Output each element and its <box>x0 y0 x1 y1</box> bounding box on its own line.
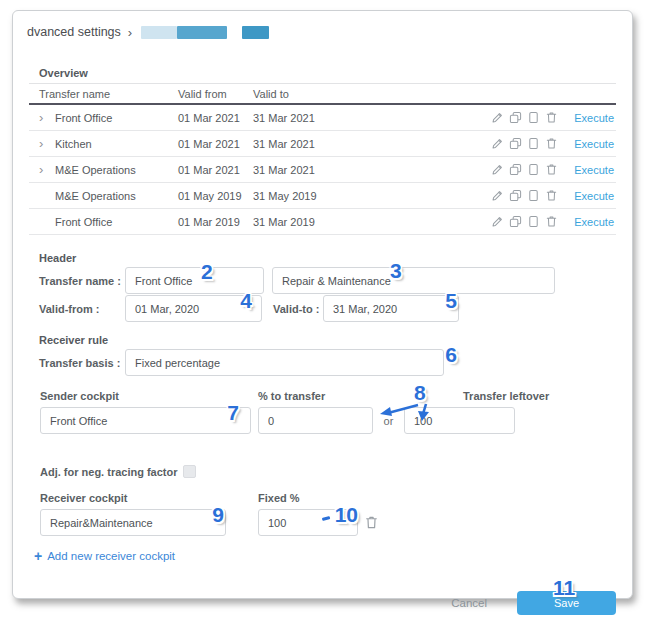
delete-receiver-icon[interactable] <box>364 515 379 530</box>
receiver-section: Receiver cockpit Fixed % 9 10 <box>40 491 616 536</box>
receiver-cockpit-input[interactable] <box>40 509 226 536</box>
plus-icon: + <box>34 550 42 562</box>
chevron-right-icon: › <box>128 25 132 40</box>
valid-to-label: Valid-to : <box>273 303 323 315</box>
transfer-name-cell: Front Office <box>55 112 112 124</box>
valid-from-cell: 01 Mar 2021 <box>178 164 253 176</box>
transfer-leftover-input[interactable] <box>404 407 515 434</box>
copy-icon[interactable] <box>509 189 522 202</box>
execute-link[interactable]: Execute <box>570 138 616 150</box>
delete-icon[interactable] <box>545 163 558 176</box>
valid-to-cell: 31 Mar 2021 <box>253 164 348 176</box>
valid-to-cell: 31 Mar 2019 <box>253 216 348 228</box>
delete-icon[interactable] <box>545 189 558 202</box>
valid-from-cell: 01 Mar 2019 <box>178 216 253 228</box>
sender-cockpit-input[interactable] <box>40 407 251 434</box>
table-row: › Front Office 01 Mar 2021 31 Mar 2021 E… <box>29 105 616 131</box>
receiver-rule-title: Receiver rule <box>39 334 616 346</box>
execute-link[interactable]: Execute <box>570 190 616 202</box>
or-label: or <box>373 415 404 427</box>
transfer-basis-input[interactable] <box>125 349 444 376</box>
transfer-name-input[interactable] <box>125 267 264 294</box>
breadcrumb-advanced-settings[interactable]: dvanced settings <box>27 25 121 39</box>
duplicate-icon[interactable] <box>527 215 540 228</box>
sender-cockpit-label: Sender cockpit <box>40 390 258 402</box>
transfer-leftover-label: Transfer leftover <box>404 390 549 402</box>
valid-to-input[interactable] <box>323 295 459 322</box>
percent-to-transfer-input[interactable] <box>258 407 373 434</box>
copy-icon[interactable] <box>509 215 522 228</box>
copy-icon[interactable] <box>509 111 522 124</box>
redacted-chip <box>141 26 177 39</box>
duplicate-icon[interactable] <box>527 137 540 150</box>
transfer-name-cell: M&E Operations <box>55 190 136 202</box>
table-row: › Kitchen 01 Mar 2021 31 Mar 2021 Execut… <box>29 131 616 157</box>
table-row: M&E Operations 01 May 2019 31 May 2019 E… <box>29 183 616 209</box>
save-button[interactable]: Save 11 <box>517 591 616 615</box>
valid-from-cell: 01 Mar 2021 <box>178 112 253 124</box>
delete-icon[interactable] <box>545 111 558 124</box>
col-valid-to: Valid to <box>253 88 348 100</box>
col-valid-from: Valid from <box>178 88 253 100</box>
annotation-11: 11 <box>553 577 575 598</box>
overview-title: Overview <box>39 67 616 79</box>
annotation-6: 6 <box>445 344 457 365</box>
valid-from-cell: 01 Mar 2021 <box>178 138 253 150</box>
transfer-name-cell: Front Office <box>55 216 112 228</box>
transfer-name-cell: M&E Operations <box>55 164 136 176</box>
transfer-name-label: Transfer name : <box>39 275 125 287</box>
valid-to-cell: 31 Mar 2021 <box>253 112 348 124</box>
fixed-percent-input[interactable] <box>258 509 358 536</box>
neg-tracing-factor-checkbox[interactable] <box>183 465 196 478</box>
copy-icon[interactable] <box>509 163 522 176</box>
delete-icon[interactable] <box>545 137 558 150</box>
delete-icon[interactable] <box>545 215 558 228</box>
valid-to-cell: 31 Mar 2021 <box>253 138 348 150</box>
table-row: Front Office 01 Mar 2019 31 Mar 2019 Exe… <box>29 209 616 235</box>
valid-from-input[interactable] <box>125 295 262 322</box>
sender-section: Sender cockpit % to transfer Transfer le… <box>40 389 616 434</box>
receiver-cockpit-label: Receiver cockpit <box>40 492 258 504</box>
redacted-chip <box>242 26 269 39</box>
duplicate-icon[interactable] <box>527 163 540 176</box>
transfer-name-cell: Kitchen <box>55 138 92 150</box>
breadcrumb: dvanced settings › <box>27 23 616 41</box>
fixed-percent-label: Fixed % <box>258 492 358 504</box>
table-row: › M&E Operations 01 Mar 2021 31 Mar 2021… <box>29 157 616 183</box>
expand-arrow-icon[interactable]: › <box>39 139 51 149</box>
add-receiver-cockpit-label: Add new receiver cockpit <box>47 550 175 562</box>
edit-icon[interactable] <box>491 189 504 202</box>
expand-arrow-icon[interactable]: › <box>39 165 51 175</box>
save-button-label: Save <box>554 597 579 609</box>
valid-to-cell: 31 May 2019 <box>253 190 348 202</box>
valid-from-label: Valid-from : <box>39 303 125 315</box>
duplicate-icon[interactable] <box>527 111 540 124</box>
overview-table: Transfer name Valid from Valid to › Fron… <box>29 83 616 235</box>
execute-link[interactable]: Execute <box>570 112 616 124</box>
edit-icon[interactable] <box>491 137 504 150</box>
percent-to-transfer-label: % to transfer <box>258 390 404 402</box>
cancel-button[interactable]: Cancel <box>451 597 487 609</box>
add-receiver-cockpit-link[interactable]: + Add new receiver cockpit <box>34 550 616 562</box>
edit-icon[interactable] <box>491 163 504 176</box>
valid-from-cell: 01 May 2019 <box>178 190 253 202</box>
transfer-name-2-input[interactable] <box>272 267 555 294</box>
execute-link[interactable]: Execute <box>570 216 616 228</box>
redacted-chip <box>177 26 227 39</box>
header-section-title: Header <box>39 252 616 264</box>
col-transfer-name: Transfer name <box>29 88 178 100</box>
transfer-basis-label: Transfer basis : <box>39 357 125 369</box>
execute-link[interactable]: Execute <box>570 164 616 176</box>
expand-arrow-icon[interactable]: › <box>39 113 51 123</box>
edit-icon[interactable] <box>491 111 504 124</box>
duplicate-icon[interactable] <box>527 189 540 202</box>
advanced-settings-panel: dvanced settings › Overview Transfer nam… <box>12 10 633 599</box>
edit-icon[interactable] <box>491 215 504 228</box>
table-header: Transfer name Valid from Valid to <box>29 83 616 105</box>
neg-tracing-factor-label: Adj. for neg. tracing factor <box>40 466 178 478</box>
copy-icon[interactable] <box>509 137 522 150</box>
